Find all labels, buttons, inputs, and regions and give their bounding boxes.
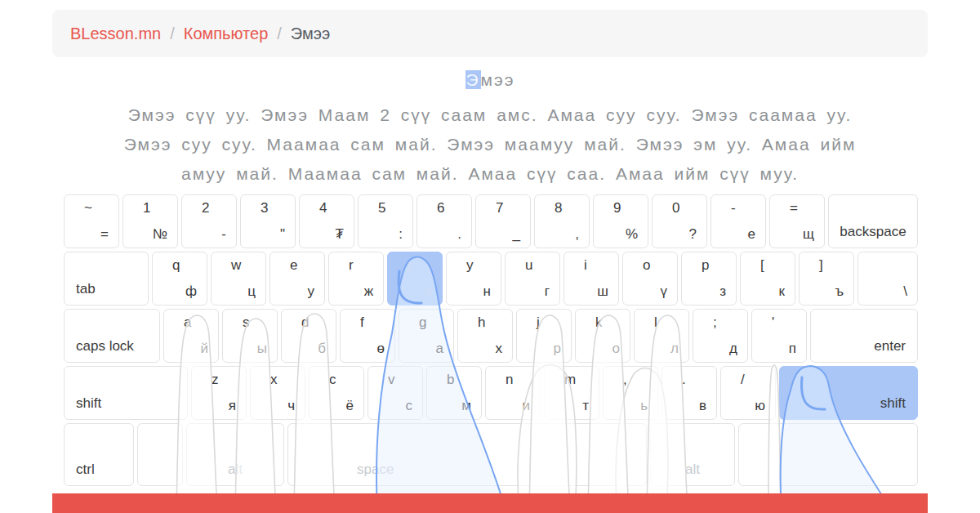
key-m[interactable]: mт	[544, 366, 599, 420]
key-d[interactable]: dб	[281, 309, 336, 363]
key-i[interactable]: iш	[564, 252, 619, 306]
key-bracket-right[interactable]: ]ъ	[799, 252, 854, 306]
key-tilde[interactable]: ~=	[64, 194, 119, 248]
breadcrumb-current: Эмээ	[291, 25, 330, 43]
lesson-line-3: амуу май. Маамаа сам май. Амаа сүү саа. …	[0, 159, 980, 189]
key-4[interactable]: 4₮	[299, 194, 354, 248]
lesson-line-1: Эмээ сүү уу. Эмээ Маам 2 сүү саам амс. А…	[0, 100, 980, 130]
lesson-title: Эмээ	[0, 70, 980, 90]
key-comma[interactable]: ,ь	[603, 366, 658, 420]
key-y[interactable]: yн	[446, 252, 501, 306]
breadcrumb: BLesson.mn / Компьютер / Эмээ	[52, 10, 928, 57]
key-t[interactable]: tэ	[387, 252, 443, 306]
key-1[interactable]: 1№	[122, 194, 178, 248]
breadcrumb-section-link[interactable]: Компьютер	[184, 25, 269, 43]
key-space[interactable]: space	[287, 423, 647, 486]
key-e[interactable]: eу	[270, 252, 325, 306]
key-5[interactable]: 5:	[358, 194, 413, 248]
key-shift-left[interactable]: shift	[64, 366, 188, 420]
key-blank-right[interactable]	[738, 423, 918, 486]
key-slash[interactable]: /ю	[720, 366, 776, 420]
lesson-text: Эмээ Эмээ сүү уу. Эмээ Маам 2 сүү саам а…	[0, 70, 980, 189]
key-x[interactable]: xч	[250, 366, 305, 420]
key-w[interactable]: wц	[211, 252, 266, 306]
keyboard-row-1: ~=1№2-3"4₮5:6.7_8,9%0?-е=щbackspace	[64, 194, 918, 248]
key-alt-left[interactable]: alt	[186, 423, 284, 486]
keyboard-row-2: tabqфwцeуrжtэyнuгiшoүpз[к]ъ\	[64, 252, 918, 306]
key-alt-right[interactable]: alt	[650, 423, 735, 486]
keyboard-row-5: ctrlaltspacealt	[64, 423, 918, 486]
key-c[interactable]: cё	[309, 366, 364, 420]
key-tab[interactable]: tab	[64, 252, 149, 306]
key-b[interactable]: bм	[426, 366, 482, 420]
key-h[interactable]: hх	[457, 309, 513, 363]
key-equals[interactable]: =щ	[769, 194, 825, 248]
key-8[interactable]: 8,	[534, 194, 590, 248]
key-j[interactable]: jр	[516, 309, 572, 363]
key-q[interactable]: qф	[152, 252, 207, 306]
key-o[interactable]: oү	[622, 252, 678, 306]
key-n[interactable]: nи	[485, 366, 541, 420]
bottom-progress-bar	[52, 493, 928, 513]
key-g[interactable]: gа	[399, 309, 454, 363]
key-l[interactable]: lл	[634, 309, 689, 363]
key-f[interactable]: fө	[340, 309, 395, 363]
key-shift-right[interactable]: shift	[779, 366, 918, 420]
key-backslash[interactable]: \	[858, 252, 918, 306]
key-6[interactable]: 6.	[416, 194, 472, 248]
breadcrumb-separator: /	[277, 25, 282, 43]
lesson-line-2: Эмээ суу суу. Маамаа сам май. Эмээ мааму…	[0, 130, 980, 159]
next-char-highlight: Э	[466, 70, 481, 89]
key-v[interactable]: vс	[368, 366, 423, 420]
keyboard-row-3: caps lockaйsыdбfөgаhхjрkоlл;д'пenter	[64, 309, 918, 363]
key-backspace[interactable]: backspace	[828, 194, 918, 248]
key-quote[interactable]: 'п	[751, 309, 807, 363]
keyboard: ~=1№2-3"4₮5:6.7_8,9%0?-е=щbackspacetabqф…	[64, 194, 918, 489]
key-period[interactable]: .в	[662, 366, 717, 420]
key-7[interactable]: 7_	[475, 194, 531, 248]
key-ctrl[interactable]: ctrl	[64, 423, 134, 486]
lesson-title-rest: мээ	[481, 70, 515, 89]
key-bracket-left[interactable]: [к	[740, 252, 795, 306]
breadcrumb-brand-link[interactable]: BLesson.mn	[70, 25, 161, 43]
key-z[interactable]: zя	[191, 366, 247, 420]
breadcrumb-separator: /	[170, 25, 175, 43]
key-9[interactable]: 9%	[593, 194, 648, 248]
key-semicolon[interactable]: ;д	[693, 309, 748, 363]
key-r[interactable]: rж	[328, 252, 384, 306]
keyboard-row-4: shiftzяxчcёvсbмnиmт,ь.в/юshift	[64, 366, 918, 420]
key-enter[interactable]: enter	[810, 309, 918, 363]
key-2[interactable]: 2-	[181, 194, 237, 248]
key-u[interactable]: uг	[505, 252, 560, 306]
key-s[interactable]: sы	[222, 309, 278, 363]
key-caps-lock[interactable]: caps lock	[64, 309, 160, 363]
key-minus[interactable]: -е	[710, 194, 766, 248]
key-p[interactable]: pз	[681, 252, 737, 306]
key-k[interactable]: kо	[575, 309, 630, 363]
key-a[interactable]: aй	[163, 309, 219, 363]
key-win[interactable]	[137, 423, 183, 486]
key-3[interactable]: 3"	[240, 194, 296, 248]
key-0[interactable]: 0?	[652, 194, 707, 248]
